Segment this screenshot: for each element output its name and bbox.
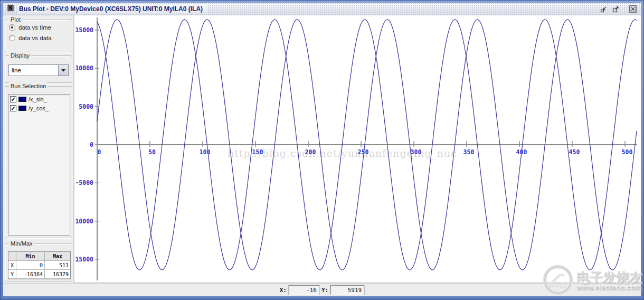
x-tick-label: 150 [252,148,263,156]
y-coord-field[interactable]: 5919 [330,285,364,295]
y-coord-label: Y: [321,287,328,294]
plot-mode-group: Plot data vs time data vs data [5,20,72,52]
x-tick-label: 100 [200,148,211,156]
y-tick-label: -10000 [74,218,93,225]
x-tick-label: 50 [148,148,156,156]
display-group: Display line [5,55,72,83]
bus-plot-window: Bus Plot - DEV:0 MyDevice0 (XC6SLX75) UN… [0,0,644,300]
minmax-value-cell: 0 [16,261,45,270]
bus-checkbox[interactable]: ✓ [10,105,16,111]
combo-selected-value: line [9,65,58,76]
minmax-row-header: X [8,261,16,270]
window-title: Bus Plot - DEV:0 MyDevice0 (XC6SLX75) UN… [18,4,207,14]
minmax-group: Min/Max MinMaxX0511Y-1638416379 [5,243,72,282]
title-bar[interactable]: Bus Plot - DEV:0 MyDevice0 (XC6SLX75) UN… [3,3,641,15]
y-tick-label: 0 [90,141,93,148]
x-tick-label: 450 [569,148,580,156]
bus-list-item[interactable]: ✓/x_sin_ [8,95,70,104]
bus-selection-group: Bus Selection ✓/x_sin_✓/y_cos_ [5,86,72,238]
x-coord-field[interactable]: -16 [289,285,319,295]
y-tick-label: -15000 [74,256,93,263]
radio-icon[interactable] [9,35,15,41]
x-tick-label: 0 [98,148,101,156]
bus-name-label: /y_cos_ [29,105,49,111]
bus-list[interactable]: ✓/x_sin_✓/y_cos_ [8,94,70,236]
bus-list-item[interactable]: ✓/y_cos_ [8,104,70,112]
radio-data-vs-time[interactable]: data vs time [9,24,72,31]
y-tick-label: 15000 [75,26,93,34]
close-button[interactable] [628,4,638,14]
minimize-button[interactable] [599,4,608,14]
combo-dropdown-button[interactable] [58,65,68,76]
x-tick-label: 250 [358,148,369,156]
minmax-header-cell [8,252,16,261]
plot-area[interactable]: http://blog.csdn.net/yundanfengqing_nuc … [74,15,641,283]
radio-data-vs-data[interactable]: data vs data [9,35,72,41]
control-panel: Plot data vs time data vs data Display l… [3,15,74,284]
minmax-value-cell: 511 [45,261,70,270]
display-type-select[interactable]: line [8,64,69,76]
bus-group-title: Bus Selection [9,82,48,90]
minmax-header-cell: Min [16,252,45,261]
chip-icon [6,4,15,14]
minmax-value-cell: -16384 [16,270,45,279]
waveform-canvas[interactable]: -15000-10000-500005000100001500005010015… [74,15,641,283]
x-tick-label: 500 [622,148,633,156]
minmax-table: MinMaxX0511Y-1638416379 [8,251,71,279]
y-tick-label: -5000 [75,179,93,186]
chevron-down-icon [61,69,65,72]
bus-checkbox[interactable]: ✓ [10,96,16,102]
maximize-button[interactable] [611,4,620,14]
minmax-header-cell: Max [45,252,70,261]
bus-color-swatch [18,97,26,102]
status-bar: X: -16 Y: 5919 [3,283,641,296]
minmax-group-title: Min/Max [9,240,34,247]
y-tick-label: 5000 [79,103,93,110]
y-tick-label: 10000 [75,64,93,72]
bus-color-swatch [18,106,26,111]
radio-icon[interactable] [9,24,15,31]
minmax-row-header: Y [8,270,16,279]
x-tick-label: 350 [463,148,475,156]
bus-name-label: /x_sin_ [29,96,47,102]
display-group-title: Display [9,52,31,59]
plot-group-title: Plot [9,16,22,23]
x-coord-label: X: [280,287,287,294]
minmax-value-cell: 16379 [45,270,70,279]
x-tick-label: 300 [411,148,422,156]
x-tick-label: 200 [305,148,316,156]
